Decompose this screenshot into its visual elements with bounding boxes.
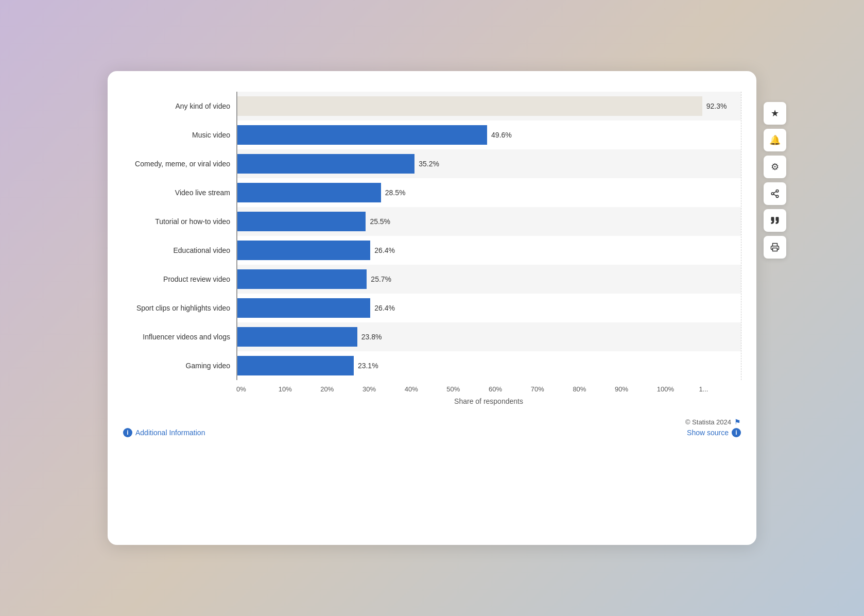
x-axis: 0%10%20%30%40%50%60%70%80%90%100%1... Sh… [236, 385, 741, 405]
y-axis-label: Music video [123, 121, 236, 149]
bar-wrap: 35.2% [236, 149, 741, 178]
x-axis-label: Share of respondents [236, 397, 741, 405]
additional-info-label: Additional Information [135, 429, 205, 437]
bar-value-label: 23.8% [361, 333, 382, 341]
footer: i Additional Information © Statista 2024… [123, 418, 741, 437]
bar-fill [237, 241, 370, 260]
copyright: © Statista 2024 ⚑ [685, 418, 741, 426]
bar-row: 26.4% [236, 294, 741, 322]
y-axis-labels: Any kind of videoMusic videoComedy, meme… [123, 92, 236, 405]
bar-wrap: 23.8% [236, 322, 741, 351]
bar-row: 23.1% [236, 351, 741, 380]
bar-value-label: 49.6% [491, 131, 512, 139]
bar-row: 35.2% [236, 149, 741, 178]
favorite-button[interactable]: ★ [764, 102, 786, 125]
x-tick: 30% [362, 385, 405, 393]
x-tick: 80% [573, 385, 615, 393]
chart-wrapper: Any kind of videoMusic videoComedy, meme… [123, 92, 741, 405]
x-tick: 10% [279, 385, 321, 393]
bar-value-label: 28.5% [385, 189, 406, 197]
bar-wrap: 25.7% [236, 265, 741, 294]
svg-rect-5 [773, 248, 777, 251]
x-tick: 60% [489, 385, 531, 393]
bar-fill [237, 96, 702, 116]
bar-row: 26.4% [236, 236, 741, 265]
bar-wrap: 49.6% [236, 121, 741, 149]
x-tick: 20% [320, 385, 362, 393]
bar-wrap: 92.3% [236, 92, 741, 121]
grid-line [741, 92, 741, 380]
y-axis-label: Video live stream [123, 178, 236, 207]
bar-fill [237, 298, 370, 318]
bars-container: 92.3%49.6%35.2%28.5%25.5%26.4%25.7%26.4%… [236, 92, 741, 380]
y-axis-line [236, 92, 237, 380]
chart-card: ★ 🔔 ⚙ Any kind of videoMusic videoComedy… [108, 71, 756, 545]
y-axis-label: Any kind of video [123, 92, 236, 121]
bar-value-label: 35.2% [419, 160, 439, 168]
y-axis-label: Comedy, meme, or viral video [123, 149, 236, 178]
bar-row: 28.5% [236, 178, 741, 207]
x-ticks: 0%10%20%30%40%50%60%70%80%90%100%1... [236, 385, 741, 393]
bar-row: 25.7% [236, 265, 741, 294]
bar-row: 92.3% [236, 92, 741, 121]
x-tick: 1... [699, 385, 741, 393]
x-tick: 100% [657, 385, 699, 393]
footer-right: © Statista 2024 ⚑ Show source i [685, 418, 741, 437]
bar-wrap: 26.4% [236, 294, 741, 322]
sidebar-actions: ★ 🔔 ⚙ [764, 102, 786, 259]
bar-value-label: 92.3% [706, 102, 727, 110]
x-tick: 50% [446, 385, 489, 393]
copyright-text: © Statista 2024 [685, 418, 731, 426]
x-tick: 40% [405, 385, 447, 393]
settings-button[interactable]: ⚙ [764, 156, 786, 178]
bar-wrap: 28.5% [236, 178, 741, 207]
notification-button[interactable]: 🔔 [764, 129, 786, 151]
bar-wrap: 23.1% [236, 351, 741, 380]
quote-button[interactable] [764, 209, 786, 232]
bar-value-label: 26.4% [374, 304, 395, 312]
y-axis-label: Gaming video [123, 351, 236, 380]
chart-bars-area: 92.3%49.6%35.2%28.5%25.5%26.4%25.7%26.4%… [236, 92, 741, 405]
bar-row: 49.6% [236, 121, 741, 149]
info-icon: i [123, 428, 132, 437]
y-axis-label: Sport clips or highlights video [123, 294, 236, 322]
bar-value-label: 23.1% [358, 362, 378, 370]
bar-wrap: 26.4% [236, 236, 741, 265]
y-axis-label: Tutorial or how-to video [123, 207, 236, 236]
bar-fill [237, 183, 381, 202]
bar-row: 23.8% [236, 322, 741, 351]
bar-fill [237, 125, 487, 145]
additional-info-link[interactable]: i Additional Information [123, 428, 205, 437]
show-source-info-icon: i [732, 428, 741, 437]
bar-fill [237, 356, 354, 375]
bar-row: 25.5% [236, 207, 741, 236]
bar-fill [237, 327, 357, 347]
bar-value-label: 25.5% [370, 217, 390, 226]
bar-fill [237, 212, 366, 231]
bar-fill [237, 154, 414, 174]
show-source-label: Show source [687, 429, 729, 437]
y-axis-label: Product review video [123, 265, 236, 294]
bar-fill [237, 269, 367, 289]
x-tick: 0% [236, 385, 279, 393]
svg-line-4 [773, 192, 776, 193]
bar-value-label: 25.7% [371, 275, 391, 283]
x-tick: 70% [531, 385, 573, 393]
print-button[interactable] [764, 236, 786, 259]
svg-line-3 [773, 194, 776, 196]
bar-value-label: 26.4% [374, 246, 395, 254]
y-axis-label: Influencer videos and vlogs [123, 322, 236, 351]
y-axis-label: Educational video [123, 236, 236, 265]
x-tick: 90% [615, 385, 657, 393]
bar-wrap: 25.5% [236, 207, 741, 236]
flag-icon: ⚑ [734, 418, 741, 426]
show-source-link[interactable]: Show source i [685, 428, 741, 437]
share-button[interactable] [764, 182, 786, 205]
